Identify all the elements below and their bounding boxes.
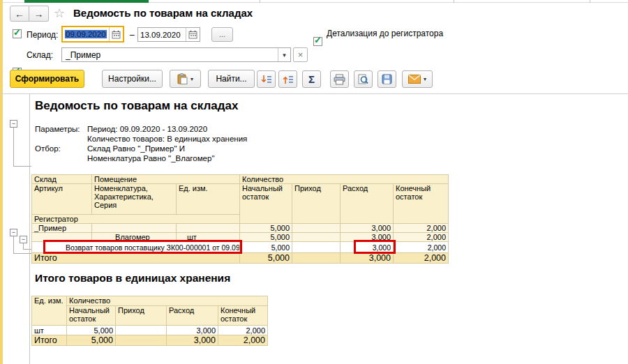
expand-groups-icon bbox=[260, 74, 272, 85]
calendar-button[interactable] bbox=[109, 27, 123, 41]
header-konechny-ostatok[interactable]: Конечный остаток bbox=[394, 184, 449, 224]
cell-total-label[interactable]: Итого bbox=[32, 335, 67, 346]
cell-ed[interactable]: шт bbox=[32, 326, 67, 335]
header-prihod[interactable]: Приход bbox=[292, 184, 341, 224]
cell-nach[interactable]: 5,000 bbox=[240, 253, 292, 264]
save-button[interactable] bbox=[377, 70, 396, 88]
find-button[interactable]: Найти... bbox=[208, 70, 255, 88]
cell-ed[interactable]: шт bbox=[177, 233, 240, 242]
collapse-group-icon[interactable]: − bbox=[20, 236, 27, 243]
params-quantity: Количество товаров: В единицах хранения bbox=[87, 134, 247, 144]
header-ed-izm[interactable]: Ед. изм. bbox=[177, 184, 240, 215]
print-preview-button[interactable] bbox=[354, 70, 373, 88]
totals-button[interactable]: Σ bbox=[302, 70, 321, 88]
header-pomeshenie[interactable]: Помещение bbox=[92, 175, 240, 184]
collapse-groups-button[interactable] bbox=[278, 70, 297, 88]
header-ed-izm[interactable]: Ед. изм. bbox=[32, 296, 67, 326]
params-label: Параметры: bbox=[35, 124, 80, 134]
generate-button[interactable]: Сформировать bbox=[10, 70, 84, 88]
calendar-button[interactable] bbox=[186, 28, 200, 41]
active-tab-indicator[interactable] bbox=[24, 0, 149, 3]
period-to-text[interactable]: 13.09.2020 bbox=[138, 28, 186, 41]
cell-nomenklatura[interactable]: _Влагомер bbox=[92, 233, 177, 242]
forward-button[interactable]: → bbox=[29, 6, 49, 22]
calendar-icon bbox=[112, 30, 121, 39]
cell-empty[interactable] bbox=[92, 224, 177, 233]
table-row-group: _Пример 5,000 3,000 2,000 bbox=[32, 224, 449, 233]
cell-prihod[interactable] bbox=[116, 335, 167, 346]
expand-groups-button[interactable] bbox=[257, 70, 276, 88]
cell-prihod[interactable] bbox=[292, 253, 341, 264]
cell-registrar-document[interactable]: Возврат товаров поставщику ЗК00-000001 о… bbox=[32, 242, 240, 253]
report-window: ← → ☆ Ведомость по товарам на складах ✓ … bbox=[0, 0, 628, 364]
print-button[interactable] bbox=[330, 70, 349, 88]
cell-prihod[interactable] bbox=[292, 233, 341, 242]
period-checkbox[interactable]: ✓ bbox=[13, 29, 22, 38]
cell-kon[interactable]: 2,000 bbox=[394, 233, 449, 242]
cell-nach[interactable]: 5,000 bbox=[67, 326, 116, 335]
cell-kon[interactable]: 2,000 bbox=[218, 335, 268, 346]
warehouse-field[interactable]: _Пример ▾ bbox=[61, 47, 291, 62]
header-artikul[interactable]: Артикул bbox=[32, 184, 92, 215]
tree-line bbox=[13, 166, 31, 167]
header-kolichestvo[interactable]: Количество bbox=[240, 175, 449, 184]
calendar-icon bbox=[188, 30, 197, 39]
period-to-field[interactable]: 13.09.2020 bbox=[137, 27, 200, 42]
chevron-down-icon: ▾ bbox=[424, 76, 426, 82]
cell-kon[interactable]: 2,000 bbox=[218, 326, 268, 335]
favorite-star-icon[interactable]: ☆ bbox=[54, 6, 65, 21]
cell-prihod[interactable] bbox=[292, 242, 341, 253]
warehouse-value[interactable]: _Пример bbox=[62, 48, 278, 61]
collapse-group-icon[interactable]: − bbox=[10, 229, 17, 236]
header-nomenklatura[interactable]: Номенклатура, Характеристика, Серия bbox=[92, 184, 177, 215]
floppy-disk-icon bbox=[382, 74, 392, 84]
selected-date-text: 09.09.2020 bbox=[65, 30, 107, 38]
report-title: Ведомость по товарам на складах bbox=[35, 99, 238, 113]
cell-prihod[interactable] bbox=[292, 224, 341, 233]
header-kolichestvo[interactable]: Количество bbox=[67, 296, 268, 306]
history-nav: ← → bbox=[10, 6, 49, 22]
header-rashod[interactable]: Расход bbox=[167, 306, 218, 326]
cell-rashod[interactable]: 3,000 bbox=[341, 253, 394, 264]
header-nachalny-ostatok[interactable]: Начальный остаток bbox=[67, 306, 116, 326]
cell-group-name[interactable]: _Пример bbox=[32, 224, 92, 233]
cell-rashod[interactable]: 3,000 bbox=[341, 233, 394, 242]
cell-total-label[interactable]: Итого bbox=[32, 253, 240, 264]
cell-prihod[interactable] bbox=[116, 326, 167, 335]
cell-nach[interactable]: 5,000 bbox=[240, 233, 292, 242]
cell-empty[interactable] bbox=[32, 233, 92, 242]
cell-rashod[interactable]: 3,000 bbox=[341, 224, 394, 233]
settings-button[interactable]: Настройки... bbox=[102, 70, 163, 88]
detail-checkbox[interactable]: ✓ bbox=[313, 37, 322, 46]
cell-rashod[interactable]: 3,000 bbox=[167, 326, 218, 335]
header-sklad[interactable]: Склад bbox=[32, 175, 92, 184]
page-title: Ведомость по товарам на складах bbox=[73, 7, 253, 19]
period-more-button[interactable]: ... bbox=[211, 27, 233, 42]
period-label: Период: bbox=[27, 30, 58, 40]
check-icon: ✓ bbox=[314, 35, 322, 45]
period-from-text[interactable]: 09.09.2020 bbox=[63, 27, 109, 41]
send-email-button[interactable]: ▾ bbox=[402, 70, 433, 88]
cell-kon[interactable]: 2,000 bbox=[394, 242, 449, 253]
collapse-group-icon[interactable]: − bbox=[10, 120, 17, 128]
back-button[interactable]: ← bbox=[10, 6, 29, 22]
cell-nach[interactable]: 5,000 bbox=[240, 224, 292, 233]
cell-nach[interactable]: 5,000 bbox=[240, 242, 292, 253]
period-from-field[interactable]: 09.09.2020 bbox=[61, 26, 124, 43]
cell-empty[interactable] bbox=[177, 224, 240, 233]
chevron-down-icon[interactable]: ▾ bbox=[278, 48, 290, 61]
cell-kon[interactable]: 2,000 bbox=[394, 253, 449, 264]
cell-rashod[interactable]: 3,000 bbox=[341, 242, 394, 253]
header-rashod[interactable]: Расход bbox=[341, 184, 394, 224]
header-registrator[interactable]: Регистратор bbox=[32, 215, 240, 224]
cell-nach[interactable]: 5,000 bbox=[67, 335, 116, 346]
cell-kon[interactable]: 2,000 bbox=[394, 224, 449, 233]
paste-dropdown-button[interactable]: ▾ bbox=[170, 70, 201, 88]
header-prihod[interactable]: Приход bbox=[116, 306, 167, 326]
header-nachalny-ostatok[interactable]: Начальный остаток bbox=[240, 184, 292, 224]
filter-line-warehouse: Склад Равно "_Пример" И bbox=[87, 144, 185, 153]
check-icon: ✓ bbox=[13, 27, 21, 38]
header-konechny-ostatok[interactable]: Конечный остаток bbox=[218, 306, 268, 326]
cell-rashod[interactable]: 3,000 bbox=[167, 335, 218, 346]
warehouse-clear-button[interactable]: × bbox=[293, 47, 308, 62]
